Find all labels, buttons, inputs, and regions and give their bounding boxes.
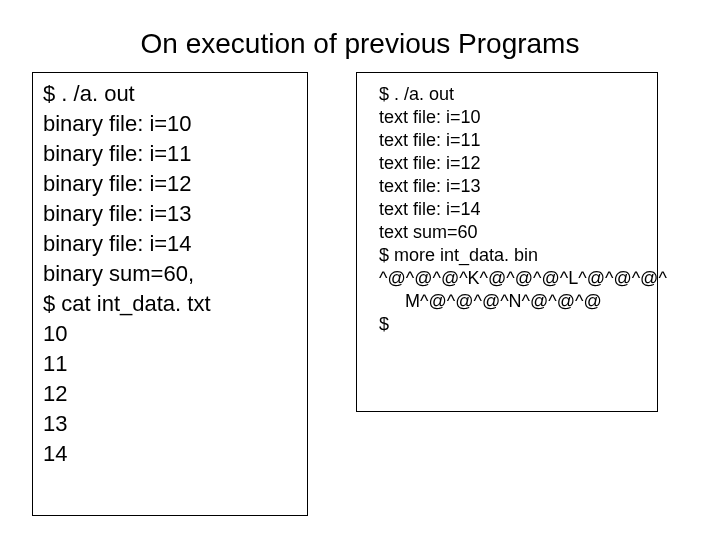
terminal-line: binary file: i=13 bbox=[43, 199, 297, 229]
terminal-line-wrap: M^@^@^@^N^@^@^@ bbox=[379, 290, 643, 313]
terminal-line: ^@^@^@^K^@^@^@^L^@^@^@^ bbox=[379, 267, 643, 290]
terminal-line: text file: i=11 bbox=[379, 129, 643, 152]
terminal-line: 10 bbox=[43, 319, 297, 349]
terminal-line: text file: i=13 bbox=[379, 175, 643, 198]
terminal-line: binary sum=60, bbox=[43, 259, 297, 289]
terminal-line: $ cat int_data. txt bbox=[43, 289, 297, 319]
terminal-line: text file: i=12 bbox=[379, 152, 643, 175]
left-output-panel: $ . /a. out binary file: i=10 binary fil… bbox=[32, 72, 308, 516]
terminal-line: 11 bbox=[43, 349, 297, 379]
terminal-line: $ more int_data. bin bbox=[379, 244, 643, 267]
right-output-panel: $ . /a. out text file: i=10 text file: i… bbox=[356, 72, 658, 412]
terminal-line: binary file: i=12 bbox=[43, 169, 297, 199]
terminal-line: 12 bbox=[43, 379, 297, 409]
terminal-line: text sum=60 bbox=[379, 221, 643, 244]
terminal-line: text file: i=14 bbox=[379, 198, 643, 221]
page-title: On execution of previous Programs bbox=[32, 28, 688, 60]
terminal-line: binary file: i=11 bbox=[43, 139, 297, 169]
terminal-line: $ . /a. out bbox=[379, 83, 643, 106]
terminal-line: text file: i=10 bbox=[379, 106, 643, 129]
terminal-line: binary file: i=14 bbox=[43, 229, 297, 259]
terminal-line: 14 bbox=[43, 439, 297, 469]
terminal-line: 13 bbox=[43, 409, 297, 439]
content-columns: $ . /a. out binary file: i=10 binary fil… bbox=[32, 72, 688, 516]
slide: On execution of previous Programs $ . /a… bbox=[0, 0, 720, 540]
terminal-line: $ . /a. out bbox=[43, 79, 297, 109]
terminal-prompt: $ bbox=[379, 313, 643, 336]
terminal-line: binary file: i=10 bbox=[43, 109, 297, 139]
